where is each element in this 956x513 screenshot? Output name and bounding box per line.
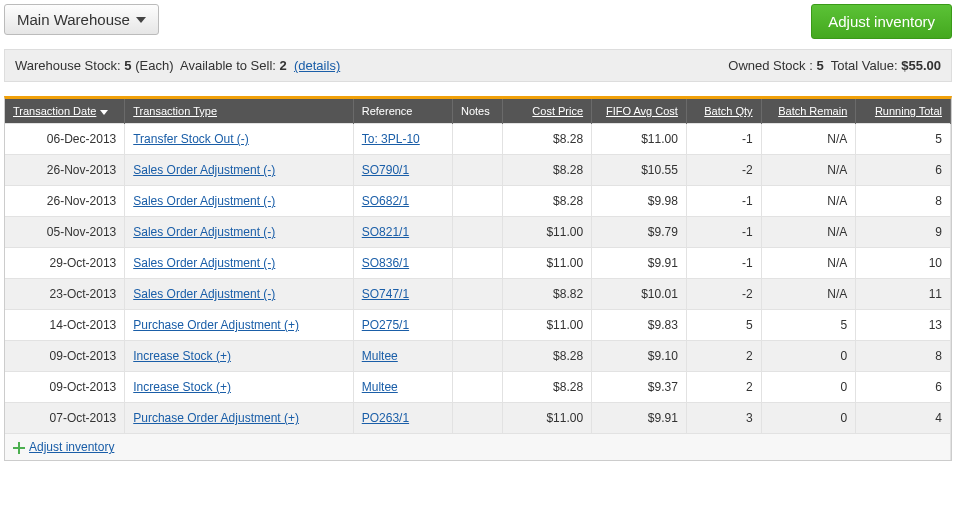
cell-reference: SO836/1	[353, 248, 452, 279]
owned-stock-label: Owned Stock :	[728, 58, 816, 73]
table-row: 09-Oct-2013Increase Stock (+)Multee$8.28…	[5, 372, 951, 403]
transaction-type-link[interactable]: Purchase Order Adjustment (+)	[133, 318, 299, 332]
col-header-cost-price[interactable]: Cost Price	[502, 99, 591, 124]
reference-link[interactable]: SO747/1	[362, 287, 409, 301]
cell-notes	[452, 310, 502, 341]
transaction-type-link[interactable]: Sales Order Adjustment (-)	[133, 256, 275, 270]
reference-link[interactable]: PO275/1	[362, 318, 409, 332]
cell-batch-qty: -1	[686, 248, 761, 279]
adjust-inventory-button[interactable]: Adjust inventory	[811, 4, 952, 39]
transaction-type-link[interactable]: Purchase Order Adjustment (+)	[133, 411, 299, 425]
cell-fifo: $9.79	[592, 217, 687, 248]
cell-reference: To: 3PL-10	[353, 124, 452, 155]
cell-fifo: $9.91	[592, 403, 687, 434]
reference-link[interactable]: Multee	[362, 380, 398, 394]
reference-link[interactable]: PO263/1	[362, 411, 409, 425]
cell-date: 05-Nov-2013	[5, 217, 125, 248]
transaction-type-link[interactable]: Increase Stock (+)	[133, 380, 231, 394]
cell-type: Purchase Order Adjustment (+)	[125, 310, 354, 341]
cell-fifo: $9.91	[592, 248, 687, 279]
reference-link[interactable]: SO836/1	[362, 256, 409, 270]
table-row: 26-Nov-2013Sales Order Adjustment (-)SO7…	[5, 155, 951, 186]
cell-type: Sales Order Adjustment (-)	[125, 248, 354, 279]
details-link[interactable]: (details)	[294, 58, 340, 73]
table-row: 06-Dec-2013Transfer Stock Out (-)To: 3PL…	[5, 124, 951, 155]
col-header-batch-remain[interactable]: Batch Remain	[761, 99, 856, 124]
cell-type: Purchase Order Adjustment (+)	[125, 403, 354, 434]
transaction-type-link[interactable]: Sales Order Adjustment (-)	[133, 225, 275, 239]
cell-cost: $8.28	[502, 372, 591, 403]
transaction-type-link[interactable]: Sales Order Adjustment (-)	[133, 163, 275, 177]
cell-date: 26-Nov-2013	[5, 155, 125, 186]
cell-running-total: 6	[856, 372, 951, 403]
reference-link[interactable]: Multee	[362, 349, 398, 363]
cell-batch-remain: N/A	[761, 186, 856, 217]
cell-fifo: $9.10	[592, 341, 687, 372]
col-header-type[interactable]: Transaction Type	[125, 99, 354, 124]
col-header-running-total[interactable]: Running Total	[856, 99, 951, 124]
warehouse-dropdown[interactable]: Main Warehouse	[4, 4, 159, 35]
col-header-date[interactable]: Transaction Date	[5, 99, 125, 124]
cell-notes	[452, 124, 502, 155]
cell-notes	[452, 155, 502, 186]
cell-batch-remain: 5	[761, 310, 856, 341]
cell-type: Sales Order Adjustment (-)	[125, 155, 354, 186]
table-row: 26-Nov-2013Sales Order Adjustment (-)SO6…	[5, 186, 951, 217]
col-header-fifo-avg[interactable]: FIFO Avg Cost	[592, 99, 687, 124]
summary-right: Owned Stock : 5 Total Value: $55.00	[728, 58, 941, 73]
cell-cost: $8.28	[502, 186, 591, 217]
cell-cost: $8.28	[502, 124, 591, 155]
cell-batch-remain: 0	[761, 341, 856, 372]
cell-reference: Multee	[353, 372, 452, 403]
reference-link[interactable]: To: 3PL-10	[362, 132, 420, 146]
cell-running-total: 13	[856, 310, 951, 341]
cell-reference: PO275/1	[353, 310, 452, 341]
cell-reference: PO263/1	[353, 403, 452, 434]
cell-notes	[452, 248, 502, 279]
cell-type: Sales Order Adjustment (-)	[125, 279, 354, 310]
cell-batch-qty: -1	[686, 217, 761, 248]
cell-notes	[452, 217, 502, 248]
total-value-label: Total Value:	[824, 58, 902, 73]
cell-batch-remain: N/A	[761, 279, 856, 310]
cell-type: Transfer Stock Out (-)	[125, 124, 354, 155]
cell-date: 29-Oct-2013	[5, 248, 125, 279]
warehouse-label: Main Warehouse	[17, 11, 130, 28]
cell-batch-qty: -2	[686, 279, 761, 310]
reference-link[interactable]: SO821/1	[362, 225, 409, 239]
cell-reference: SO821/1	[353, 217, 452, 248]
cell-running-total: 4	[856, 403, 951, 434]
reference-link[interactable]: SO790/1	[362, 163, 409, 177]
cell-fifo: $10.55	[592, 155, 687, 186]
cell-fifo: $9.83	[592, 310, 687, 341]
cell-date: 23-Oct-2013	[5, 279, 125, 310]
available-label: (Each) Available to Sell:	[132, 58, 280, 73]
transaction-type-link[interactable]: Transfer Stock Out (-)	[133, 132, 249, 146]
col-header-reference[interactable]: Reference	[353, 99, 452, 124]
cell-running-total: 10	[856, 248, 951, 279]
col-header-notes[interactable]: Notes	[452, 99, 502, 124]
cell-cost: $11.00	[502, 248, 591, 279]
cell-notes	[452, 372, 502, 403]
cell-batch-qty: -1	[686, 186, 761, 217]
cell-notes	[452, 341, 502, 372]
cell-date: 09-Oct-2013	[5, 341, 125, 372]
transaction-type-link[interactable]: Sales Order Adjustment (-)	[133, 287, 275, 301]
cell-batch-qty: 5	[686, 310, 761, 341]
col-header-batch-qty[interactable]: Batch Qty	[686, 99, 761, 124]
cell-reference: SO747/1	[353, 279, 452, 310]
reference-link[interactable]: SO682/1	[362, 194, 409, 208]
cell-batch-qty: 2	[686, 341, 761, 372]
adjust-inventory-link[interactable]: Adjust inventory	[13, 440, 114, 454]
cell-batch-qty: -2	[686, 155, 761, 186]
cell-running-total: 11	[856, 279, 951, 310]
table-row: 09-Oct-2013Increase Stock (+)Multee$8.28…	[5, 341, 951, 372]
cell-running-total: 8	[856, 341, 951, 372]
cell-batch-remain: 0	[761, 372, 856, 403]
table-row: 23-Oct-2013Sales Order Adjustment (-)SO7…	[5, 279, 951, 310]
transaction-type-link[interactable]: Sales Order Adjustment (-)	[133, 194, 275, 208]
cell-cost: $11.00	[502, 310, 591, 341]
summary-left: Warehouse Stock: 5 (Each) Available to S…	[15, 58, 340, 73]
transaction-type-link[interactable]: Increase Stock (+)	[133, 349, 231, 363]
cell-batch-remain: N/A	[761, 124, 856, 155]
